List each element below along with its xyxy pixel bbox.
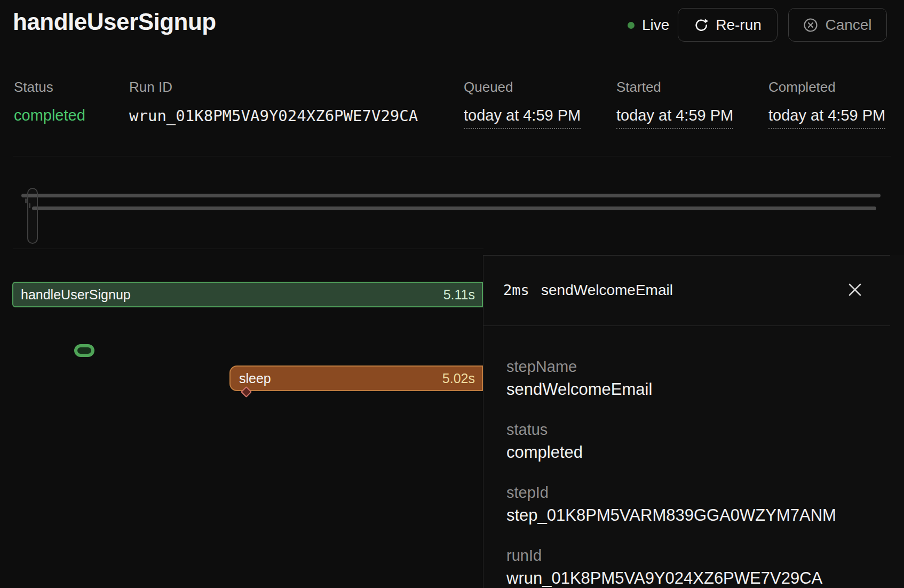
- meta-queued-label: Queued: [464, 79, 513, 96]
- panel-top-border: [483, 255, 890, 256]
- field-step-name: stepName sendWelcomeEmail: [506, 356, 888, 401]
- run-span-label: handleUserSignup: [21, 287, 131, 303]
- cancel-circle-x-icon: [803, 18, 818, 33]
- header-divider: [13, 156, 891, 156]
- gantt-divider: [13, 249, 483, 249]
- queued-time-value[interactable]: today at 4:59 PM: [464, 107, 581, 129]
- run-span-duration: 5.11s: [443, 287, 475, 303]
- run-id-value: wrun_01K8PM5VA9Y024XZ6PWE7V29CA: [129, 107, 418, 125]
- completed-time-value[interactable]: today at 4:59 PM: [768, 107, 885, 129]
- timeline-scrubber-handle[interactable]: [27, 188, 38, 244]
- field-key: stepId: [506, 482, 888, 503]
- panel-step-title: sendWelcomeEmail: [541, 282, 673, 299]
- panel-step-duration: 2ms: [503, 282, 529, 298]
- live-label: Live: [642, 17, 669, 34]
- cancel-label: Cancel: [825, 17, 871, 34]
- gantt-span-step-pill[interactable]: [74, 344, 94, 357]
- minimap-run-span-bar: [21, 194, 881, 197]
- meta-completed: Completed today at 4:59 PM: [768, 79, 836, 96]
- panel-fields: stepName sendWelcomeEmail status complet…: [506, 356, 888, 588]
- meta-status: Status completed: [14, 79, 53, 96]
- field-run-id: runId wrun_01K8PM5VA9Y024XZ6PWE7V29CA: [506, 545, 888, 588]
- live-dot-icon: [628, 22, 635, 29]
- meta-run-id: Run ID wrun_01K8PM5VA9Y024XZ6PWE7V29CA: [129, 79, 172, 96]
- sleep-span-duration: 5.02s: [442, 371, 475, 386]
- field-value: wrun_01K8PM5VA9Y024XZ6PWE7V29CA: [506, 567, 888, 588]
- field-key: status: [506, 419, 888, 440]
- sleep-span-label: sleep: [239, 371, 271, 386]
- gantt-span-sleep[interactable]: sleep 5.02s: [229, 365, 483, 391]
- page-title: handleUserSignup: [13, 9, 216, 35]
- field-key: stepName: [506, 356, 888, 377]
- field-step-id: stepId step_01K8PM5VARM839GGA0WZYM7ANM: [506, 482, 888, 527]
- started-time-value[interactable]: today at 4:59 PM: [616, 107, 733, 129]
- close-button[interactable]: [840, 275, 870, 305]
- meta-status-label: Status: [14, 79, 53, 96]
- close-icon: [847, 282, 862, 299]
- panel-header-divider: [483, 325, 890, 326]
- rerun-label: Re-run: [716, 17, 762, 34]
- meta-run-id-label: Run ID: [129, 79, 172, 96]
- field-value: step_01K8PM5VARM839GGA0WZYM7ANM: [506, 504, 888, 527]
- rerun-icon: [694, 18, 709, 33]
- field-value: completed: [506, 441, 888, 464]
- workflow-run-screen: handleUserSignup Live Re-run Cancel Stat…: [0, 0, 904, 588]
- live-indicator: Live: [628, 16, 669, 34]
- cancel-button[interactable]: Cancel: [788, 8, 887, 42]
- step-detail-panel: 2ms sendWelcomeEmail stepName sendWelcom…: [483, 255, 904, 588]
- status-badge: completed: [14, 107, 85, 124]
- meta-completed-label: Completed: [768, 79, 836, 96]
- field-key: runId: [506, 545, 888, 566]
- meta-queued: Queued today at 4:59 PM: [464, 79, 513, 96]
- rerun-button[interactable]: Re-run: [678, 8, 778, 42]
- gantt-span-run[interactable]: handleUserSignup 5.11s: [12, 282, 483, 307]
- field-status: status completed: [506, 419, 888, 464]
- meta-started-label: Started: [616, 79, 661, 96]
- minimap-sleep-span-bar: [32, 206, 876, 210]
- field-value: sendWelcomeEmail: [506, 378, 888, 401]
- meta-started: Started today at 4:59 PM: [616, 79, 661, 96]
- minimap-step-tick: [25, 198, 27, 203]
